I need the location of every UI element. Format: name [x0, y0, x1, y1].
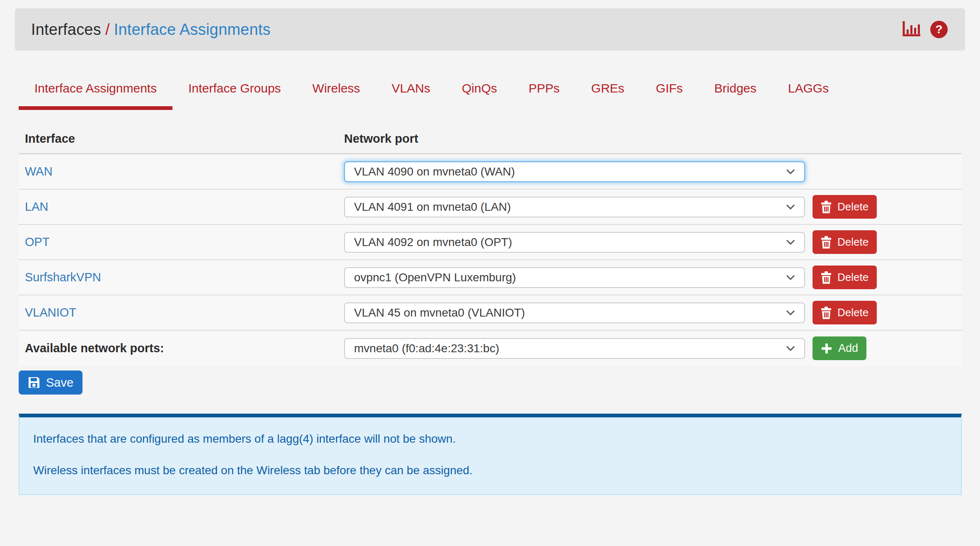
save-button-label: Save	[46, 376, 73, 390]
save-icon	[28, 376, 40, 389]
table-row-wan: WAN VLAN 4090 on mvneta0 (WAN)	[19, 154, 962, 190]
table-row-vlaniot: VLANIOT VLAN 45 on mvneta0 (VLANIOT)	[19, 295, 962, 331]
selected-option-label: VLAN 45 on mvneta0 (VLANIOT)	[354, 306, 525, 319]
breadcrumb-page: Interface Assignments	[114, 21, 271, 38]
add-button-label: Add	[838, 342, 858, 355]
column-header-network-port: Network port	[344, 132, 805, 146]
tab-qinqs[interactable]: QinQs	[446, 77, 513, 110]
chevron-down-icon	[786, 169, 795, 174]
table-row-surfsharkvpn: SurfsharkVPN ovpnc1 (OpenVPN Luxemburg)	[19, 260, 962, 295]
tab-bar: Interface Assignments Interface Groups W…	[19, 77, 961, 110]
trash-icon	[821, 236, 832, 249]
network-port-select-wan[interactable]: VLAN 4090 on mvneta0 (WAN)	[344, 161, 805, 182]
chevron-down-icon	[786, 310, 795, 315]
breadcrumb-separator: /	[101, 21, 114, 38]
table-row-lan: LAN VLAN 4091 on mvneta0 (LAN)	[19, 190, 962, 225]
add-button[interactable]: Add	[813, 336, 866, 360]
trash-icon	[821, 271, 832, 284]
trash-icon	[821, 201, 832, 213]
delete-button-label: Delete	[837, 236, 868, 249]
info-note-lagg: Interfaces that are configured as member…	[19, 432, 961, 446]
chevron-down-icon	[786, 275, 795, 280]
tab-interface-groups[interactable]: Interface Groups	[172, 77, 296, 110]
available-ports-label: Available network ports:	[19, 341, 164, 355]
tab-wireless[interactable]: Wireless	[297, 77, 376, 110]
page: Interfaces/Interface Assignments ?	[0, 0, 980, 546]
breadcrumb-section[interactable]: Interfaces	[31, 21, 101, 38]
tab-vlans[interactable]: VLANs	[376, 77, 446, 110]
available-port-select[interactable]: mvneta0 (f0:ad:4e:23:31:bc)	[344, 338, 805, 359]
tab-gres[interactable]: GREs	[575, 77, 640, 110]
table-header-row: Interface Network port	[19, 124, 962, 154]
chevron-down-icon	[786, 204, 795, 210]
interface-assignments-table: Interface Network port WAN VLAN 4090 on …	[19, 124, 962, 366]
selected-option-label: VLAN 4090 on mvneta0 (WAN)	[354, 165, 515, 178]
network-port-select-vlaniot[interactable]: VLAN 45 on mvneta0 (VLANIOT)	[344, 302, 805, 323]
selected-option-label: VLAN 4091 on mvneta0 (LAN)	[354, 200, 511, 214]
selected-option-label: mvneta0 (f0:ad:4e:23:31:bc)	[354, 342, 499, 355]
interface-link-vlaniot[interactable]: VLANIOT	[19, 306, 76, 319]
info-box: Interfaces that are configured as member…	[19, 414, 962, 495]
tab-laggs[interactable]: LAGGs	[772, 77, 844, 110]
network-port-select-lan[interactable]: VLAN 4091 on mvneta0 (LAN)	[344, 197, 805, 217]
form-actions: Save	[19, 370, 82, 395]
table-row-available-ports: Available network ports: mvneta0 (f0:ad:…	[19, 331, 962, 366]
tab-gifs[interactable]: GIFs	[640, 77, 699, 110]
delete-button-label: Delete	[837, 200, 868, 213]
delete-button-label: Delete	[837, 271, 868, 284]
breadcrumb-bar: Interfaces/Interface Assignments ?	[15, 8, 965, 51]
interface-link-wan[interactable]: WAN	[19, 165, 53, 178]
selected-option-label: VLAN 4092 on mvneta0 (OPT)	[354, 236, 512, 249]
interface-link-lan[interactable]: LAN	[19, 200, 48, 213]
svg-text:?: ?	[935, 23, 942, 36]
tab-bridges[interactable]: Bridges	[699, 77, 772, 110]
selected-option-label: ovpnc1 (OpenVPN Luxemburg)	[354, 271, 516, 284]
delete-button-surfsharkvpn[interactable]: Delete	[813, 266, 877, 289]
bar-chart-icon[interactable]	[902, 21, 920, 38]
tab-ppps[interactable]: PPPs	[513, 77, 575, 110]
info-note-wireless: Wireless interfaces must be created on t…	[19, 464, 961, 477]
trash-icon	[821, 307, 832, 319]
delete-button-lan[interactable]: Delete	[813, 195, 877, 219]
delete-button-opt[interactable]: Delete	[813, 230, 877, 254]
network-port-select-opt[interactable]: VLAN 4092 on mvneta0 (OPT)	[344, 232, 805, 253]
header-icons: ?	[902, 21, 948, 38]
delete-button-vlaniot[interactable]: Delete	[813, 301, 877, 324]
save-button[interactable]: Save	[19, 370, 82, 395]
chevron-down-icon	[786, 239, 795, 245]
breadcrumb: Interfaces/Interface Assignments	[31, 21, 271, 39]
interface-link-opt[interactable]: OPT	[19, 235, 50, 249]
network-port-select-surfsharkvpn[interactable]: ovpnc1 (OpenVPN Luxemburg)	[344, 267, 805, 288]
chevron-down-icon	[786, 346, 795, 351]
column-header-interface: Interface	[19, 132, 344, 146]
help-icon[interactable]: ?	[930, 21, 948, 38]
table-row-opt: OPT VLAN 4092 on mvneta0 (OPT)	[19, 225, 962, 260]
tab-interface-assignments[interactable]: Interface Assignments	[19, 77, 172, 110]
delete-button-label: Delete	[837, 306, 868, 319]
interface-link-surfsharkvpn[interactable]: SurfsharkVPN	[19, 271, 101, 284]
plus-icon	[821, 343, 832, 354]
